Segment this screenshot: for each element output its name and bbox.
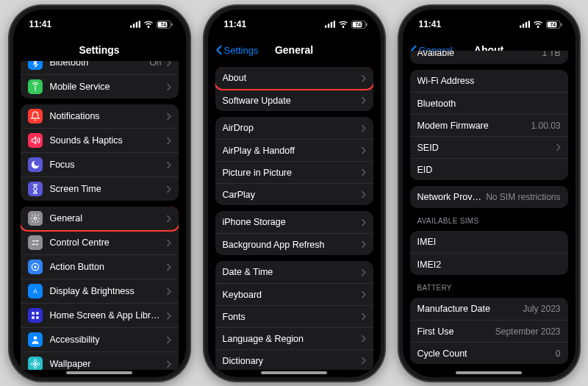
row-about[interactable]: About (215, 67, 373, 89)
row-label: Picture in Picture (223, 168, 356, 178)
switches-icon (28, 235, 43, 250)
bluetooth-icon (28, 61, 43, 70)
battery-icon: 74 (351, 21, 368, 29)
row-background-app-refresh[interactable]: Background App Refresh (215, 233, 373, 255)
row-wi-fi-address[interactable]: Wi-Fi Address (410, 70, 568, 92)
svg-point-19 (33, 336, 37, 340)
row-label: Fonts (223, 312, 356, 322)
row-home-screen-app-library[interactable]: Home Screen & App Library (21, 303, 179, 327)
row-cycle-count[interactable]: Cycle Count 0 (410, 342, 568, 364)
svg-point-22 (34, 365, 37, 368)
back-button[interactable]: Settings (215, 45, 259, 56)
row-label: Language & Region (223, 334, 356, 344)
chevron-right-icon (166, 263, 171, 271)
row-label: Date & Time (223, 267, 356, 277)
svg-text:74: 74 (355, 22, 361, 27)
svg-rect-34 (330, 22, 331, 28)
svg-rect-44 (528, 21, 529, 27)
svg-point-4 (148, 26, 148, 27)
svg-point-9 (34, 217, 37, 220)
row-fonts[interactable]: Fonts (215, 305, 373, 327)
row-display-brightness[interactable]: A Display & Brightness (21, 279, 179, 303)
clock: 11:41 (419, 19, 442, 29)
row-imei[interactable]: IMEI (410, 231, 568, 253)
row-date-time[interactable]: Date & Time (215, 261, 373, 283)
bell-icon (28, 109, 43, 124)
row-label: IMEI2 (417, 260, 561, 270)
row-manufacture-date[interactable]: Manufacture Date July 2023 (410, 298, 568, 320)
nav-bar: Settings (13, 39, 186, 61)
svg-point-13 (34, 265, 37, 268)
row-bluetooth[interactable]: Bluetooth (410, 92, 568, 114)
row-label: Accessibility (50, 335, 162, 345)
row-label: CarPlay (223, 190, 356, 200)
row-eid[interactable]: EID (410, 158, 568, 180)
row-iphone-storage[interactable]: iPhone Storage (215, 211, 373, 233)
battery-icon: 74 (546, 21, 562, 29)
row-screen-time[interactable]: Screen Time (21, 176, 179, 201)
svg-rect-43 (525, 22, 526, 28)
row-software-update[interactable]: Software Update (215, 89, 373, 111)
moon-icon (28, 157, 43, 172)
row-action-button[interactable]: Action Button (21, 254, 179, 279)
wifi-icon (533, 21, 543, 28)
row-available[interactable]: Available 1 TB (410, 51, 568, 64)
row-focus[interactable]: Focus (21, 152, 179, 176)
row-label: Network Provider Lock (417, 192, 482, 202)
row-notifications[interactable]: Notifications (21, 104, 179, 128)
chevron-right-icon (166, 360, 171, 368)
wifi-icon (143, 21, 154, 28)
settings-group: Network Provider Lock No SIM restriction… (410, 186, 568, 208)
svg-rect-39 (365, 23, 367, 26)
row-picture-in-picture[interactable]: Picture in Picture (215, 161, 373, 183)
settings-group: Notifications Sounds & Haptics Focus Scr… (21, 104, 179, 201)
sun-icon: A (28, 284, 43, 299)
settings-group: General Control Centre Action Button A D… (21, 207, 179, 370)
home-indicator (456, 371, 522, 374)
settings-group: Available 1 TB (410, 51, 568, 64)
row-label: Wallpaper (50, 359, 162, 369)
row-mobile-service[interactable]: Mobile Service (21, 74, 179, 99)
row-dictionary[interactable]: Dictionary (215, 349, 373, 370)
row-label: iPhone Storage (223, 217, 356, 227)
clock: 11:41 (224, 19, 247, 29)
row-value: No SIM restrictions (486, 192, 560, 202)
row-airplay-handoff[interactable]: AirPlay & Handoff (215, 139, 373, 161)
row-airdrop[interactable]: AirDrop (215, 117, 373, 139)
row-accessibility[interactable]: Accessibility (21, 327, 179, 351)
row-language-region[interactable]: Language & Region (215, 327, 373, 349)
row-label: Cycle Count (417, 349, 551, 359)
row-keyboard[interactable]: Keyboard (215, 283, 373, 305)
row-general[interactable]: General (21, 207, 179, 230)
chevron-right-icon (361, 312, 366, 321)
svg-rect-17 (32, 316, 35, 319)
row-modem-firmware[interactable]: Modem Firmware 1.00.03 (410, 114, 568, 136)
row-label: Available (417, 51, 538, 58)
chevron-right-icon (361, 190, 366, 199)
row-label: Manufacture Date (417, 304, 519, 314)
svg-point-45 (537, 26, 538, 27)
signal-icon (520, 21, 530, 28)
row-control-centre[interactable]: Control Centre (21, 230, 179, 254)
row-first-use[interactable]: First Use September 2023 (410, 320, 568, 342)
row-wallpaper[interactable]: Wallpaper (21, 351, 179, 370)
svg-point-21 (34, 360, 37, 362)
row-value: 1 TB (542, 51, 560, 58)
svg-point-11 (36, 243, 37, 245)
row-carplay[interactable]: CarPlay (215, 183, 373, 205)
row-bluetooth[interactable]: Bluetooth On (21, 61, 179, 74)
row-label: Keyboard (223, 290, 356, 300)
row-imei2[interactable]: IMEI2 (410, 253, 568, 275)
chevron-right-icon (166, 83, 171, 91)
chevron-right-icon (361, 74, 366, 82)
antenna-icon (28, 79, 43, 94)
row-label: Mobile Service (50, 82, 162, 92)
svg-text:74: 74 (550, 22, 556, 27)
row-seid[interactable]: SEID (410, 136, 568, 158)
svg-rect-16 (36, 312, 39, 315)
svg-text:A: A (33, 288, 37, 295)
row-label: Focus (50, 160, 162, 170)
row-network-provider-lock[interactable]: Network Provider Lock No SIM restriction… (410, 186, 568, 208)
chevron-right-icon (361, 357, 366, 365)
row-sounds-haptics[interactable]: Sounds & Haptics (21, 128, 179, 152)
